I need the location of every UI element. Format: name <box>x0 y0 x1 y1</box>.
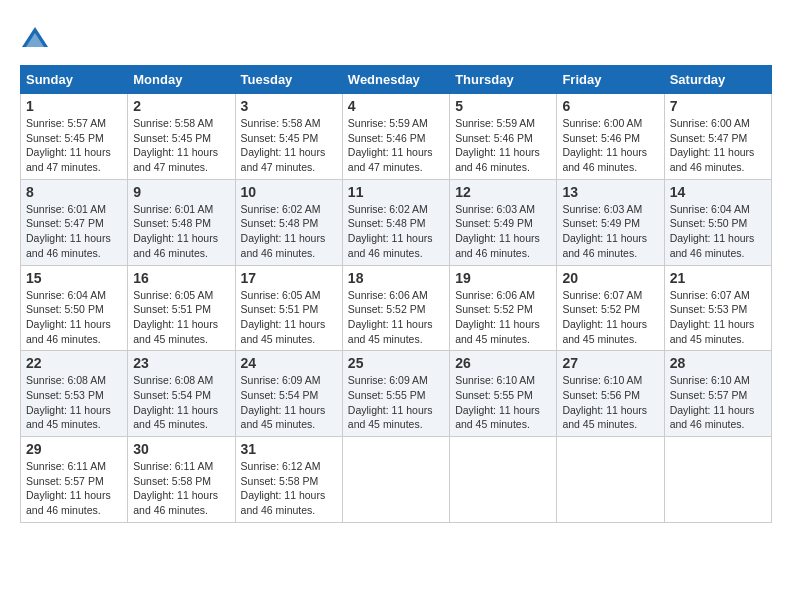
header-sunday: Sunday <box>21 66 128 94</box>
day-number: 30 <box>133 441 229 457</box>
calendar-cell: 5Sunrise: 5:59 AMSunset: 5:46 PMDaylight… <box>450 94 557 180</box>
calendar-cell: 20Sunrise: 6:07 AMSunset: 5:52 PMDayligh… <box>557 265 664 351</box>
header <box>20 20 772 55</box>
day-number: 26 <box>455 355 551 371</box>
calendar-cell: 1Sunrise: 5:57 AMSunset: 5:45 PMDaylight… <box>21 94 128 180</box>
calendar-cell: 7Sunrise: 6:00 AMSunset: 5:47 PMDaylight… <box>664 94 771 180</box>
calendar-cell: 22Sunrise: 6:08 AMSunset: 5:53 PMDayligh… <box>21 351 128 437</box>
day-info: Sunrise: 6:02 AMSunset: 5:48 PMDaylight:… <box>241 202 337 261</box>
day-info: Sunrise: 6:06 AMSunset: 5:52 PMDaylight:… <box>348 288 444 347</box>
day-info: Sunrise: 6:04 AMSunset: 5:50 PMDaylight:… <box>26 288 122 347</box>
day-number: 28 <box>670 355 766 371</box>
day-number: 20 <box>562 270 658 286</box>
day-info: Sunrise: 6:00 AMSunset: 5:47 PMDaylight:… <box>670 116 766 175</box>
calendar-cell: 11Sunrise: 6:02 AMSunset: 5:48 PMDayligh… <box>342 179 449 265</box>
calendar-week-row: 15Sunrise: 6:04 AMSunset: 5:50 PMDayligh… <box>21 265 772 351</box>
day-number: 16 <box>133 270 229 286</box>
day-info: Sunrise: 6:10 AMSunset: 5:57 PMDaylight:… <box>670 373 766 432</box>
header-wednesday: Wednesday <box>342 66 449 94</box>
calendar-cell: 23Sunrise: 6:08 AMSunset: 5:54 PMDayligh… <box>128 351 235 437</box>
calendar-cell: 24Sunrise: 6:09 AMSunset: 5:54 PMDayligh… <box>235 351 342 437</box>
day-number: 18 <box>348 270 444 286</box>
logo-icon <box>20 25 50 55</box>
calendar-cell: 4Sunrise: 5:59 AMSunset: 5:46 PMDaylight… <box>342 94 449 180</box>
day-info: Sunrise: 6:11 AMSunset: 5:58 PMDaylight:… <box>133 459 229 518</box>
calendar-cell: 12Sunrise: 6:03 AMSunset: 5:49 PMDayligh… <box>450 179 557 265</box>
calendar-cell: 26Sunrise: 6:10 AMSunset: 5:55 PMDayligh… <box>450 351 557 437</box>
day-info: Sunrise: 6:03 AMSunset: 5:49 PMDaylight:… <box>455 202 551 261</box>
day-number: 19 <box>455 270 551 286</box>
logo <box>20 25 54 55</box>
calendar-header-row: SundayMondayTuesdayWednesdayThursdayFrid… <box>21 66 772 94</box>
day-info: Sunrise: 6:10 AMSunset: 5:55 PMDaylight:… <box>455 373 551 432</box>
day-number: 10 <box>241 184 337 200</box>
day-info: Sunrise: 6:00 AMSunset: 5:46 PMDaylight:… <box>562 116 658 175</box>
day-info: Sunrise: 6:03 AMSunset: 5:49 PMDaylight:… <box>562 202 658 261</box>
day-number: 27 <box>562 355 658 371</box>
day-info: Sunrise: 6:08 AMSunset: 5:53 PMDaylight:… <box>26 373 122 432</box>
day-number: 2 <box>133 98 229 114</box>
day-info: Sunrise: 6:01 AMSunset: 5:47 PMDaylight:… <box>26 202 122 261</box>
day-number: 7 <box>670 98 766 114</box>
day-info: Sunrise: 6:05 AMSunset: 5:51 PMDaylight:… <box>241 288 337 347</box>
calendar-cell <box>664 437 771 523</box>
calendar-cell: 9Sunrise: 6:01 AMSunset: 5:48 PMDaylight… <box>128 179 235 265</box>
day-info: Sunrise: 5:58 AMSunset: 5:45 PMDaylight:… <box>133 116 229 175</box>
calendar-cell: 10Sunrise: 6:02 AMSunset: 5:48 PMDayligh… <box>235 179 342 265</box>
calendar-cell: 14Sunrise: 6:04 AMSunset: 5:50 PMDayligh… <box>664 179 771 265</box>
day-info: Sunrise: 6:09 AMSunset: 5:55 PMDaylight:… <box>348 373 444 432</box>
calendar-cell: 29Sunrise: 6:11 AMSunset: 5:57 PMDayligh… <box>21 437 128 523</box>
calendar-cell: 18Sunrise: 6:06 AMSunset: 5:52 PMDayligh… <box>342 265 449 351</box>
day-number: 15 <box>26 270 122 286</box>
day-info: Sunrise: 6:11 AMSunset: 5:57 PMDaylight:… <box>26 459 122 518</box>
day-info: Sunrise: 6:07 AMSunset: 5:53 PMDaylight:… <box>670 288 766 347</box>
day-info: Sunrise: 6:02 AMSunset: 5:48 PMDaylight:… <box>348 202 444 261</box>
calendar-cell: 30Sunrise: 6:11 AMSunset: 5:58 PMDayligh… <box>128 437 235 523</box>
calendar-cell: 3Sunrise: 5:58 AMSunset: 5:45 PMDaylight… <box>235 94 342 180</box>
day-number: 25 <box>348 355 444 371</box>
day-number: 17 <box>241 270 337 286</box>
day-info: Sunrise: 6:09 AMSunset: 5:54 PMDaylight:… <box>241 373 337 432</box>
day-number: 3 <box>241 98 337 114</box>
calendar-cell: 6Sunrise: 6:00 AMSunset: 5:46 PMDaylight… <box>557 94 664 180</box>
calendar-cell: 2Sunrise: 5:58 AMSunset: 5:45 PMDaylight… <box>128 94 235 180</box>
day-number: 14 <box>670 184 766 200</box>
calendar-cell: 13Sunrise: 6:03 AMSunset: 5:49 PMDayligh… <box>557 179 664 265</box>
header-thursday: Thursday <box>450 66 557 94</box>
header-tuesday: Tuesday <box>235 66 342 94</box>
day-number: 5 <box>455 98 551 114</box>
day-info: Sunrise: 6:10 AMSunset: 5:56 PMDaylight:… <box>562 373 658 432</box>
header-monday: Monday <box>128 66 235 94</box>
day-number: 11 <box>348 184 444 200</box>
day-number: 21 <box>670 270 766 286</box>
day-number: 6 <box>562 98 658 114</box>
day-number: 13 <box>562 184 658 200</box>
day-number: 24 <box>241 355 337 371</box>
day-info: Sunrise: 5:58 AMSunset: 5:45 PMDaylight:… <box>241 116 337 175</box>
day-number: 31 <box>241 441 337 457</box>
calendar-cell: 15Sunrise: 6:04 AMSunset: 5:50 PMDayligh… <box>21 265 128 351</box>
day-number: 23 <box>133 355 229 371</box>
calendar-week-row: 22Sunrise: 6:08 AMSunset: 5:53 PMDayligh… <box>21 351 772 437</box>
header-saturday: Saturday <box>664 66 771 94</box>
day-info: Sunrise: 6:08 AMSunset: 5:54 PMDaylight:… <box>133 373 229 432</box>
day-info: Sunrise: 5:59 AMSunset: 5:46 PMDaylight:… <box>455 116 551 175</box>
header-friday: Friday <box>557 66 664 94</box>
calendar-cell: 27Sunrise: 6:10 AMSunset: 5:56 PMDayligh… <box>557 351 664 437</box>
day-info: Sunrise: 6:05 AMSunset: 5:51 PMDaylight:… <box>133 288 229 347</box>
calendar-week-row: 1Sunrise: 5:57 AMSunset: 5:45 PMDaylight… <box>21 94 772 180</box>
day-info: Sunrise: 5:57 AMSunset: 5:45 PMDaylight:… <box>26 116 122 175</box>
calendar-cell: 19Sunrise: 6:06 AMSunset: 5:52 PMDayligh… <box>450 265 557 351</box>
day-info: Sunrise: 6:12 AMSunset: 5:58 PMDaylight:… <box>241 459 337 518</box>
day-number: 12 <box>455 184 551 200</box>
day-info: Sunrise: 6:01 AMSunset: 5:48 PMDaylight:… <box>133 202 229 261</box>
day-number: 4 <box>348 98 444 114</box>
calendar-cell: 25Sunrise: 6:09 AMSunset: 5:55 PMDayligh… <box>342 351 449 437</box>
calendar-cell: 16Sunrise: 6:05 AMSunset: 5:51 PMDayligh… <box>128 265 235 351</box>
day-info: Sunrise: 6:07 AMSunset: 5:52 PMDaylight:… <box>562 288 658 347</box>
day-number: 9 <box>133 184 229 200</box>
day-info: Sunrise: 5:59 AMSunset: 5:46 PMDaylight:… <box>348 116 444 175</box>
calendar-cell: 8Sunrise: 6:01 AMSunset: 5:47 PMDaylight… <box>21 179 128 265</box>
calendar-cell <box>450 437 557 523</box>
calendar-cell: 31Sunrise: 6:12 AMSunset: 5:58 PMDayligh… <box>235 437 342 523</box>
